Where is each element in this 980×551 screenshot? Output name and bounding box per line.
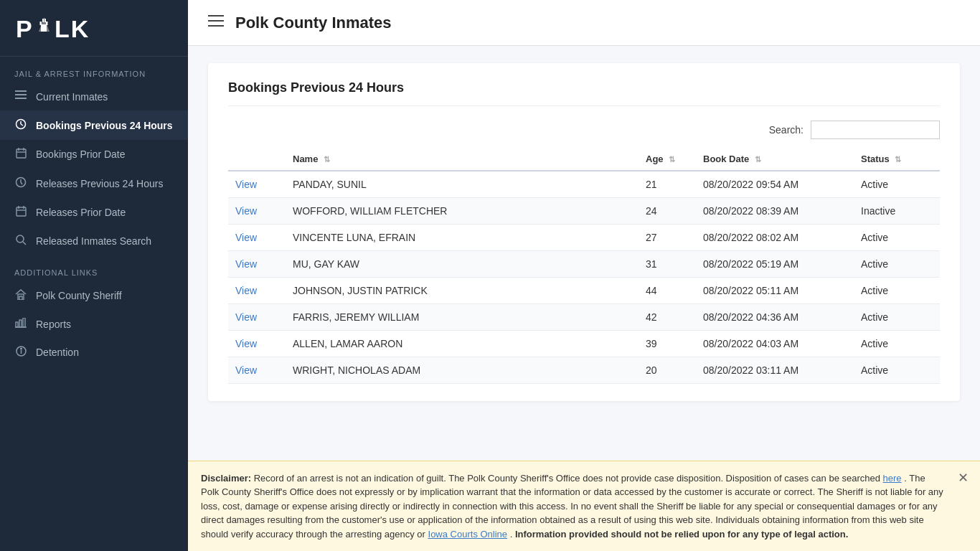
table-cell-age: 44 <box>639 278 696 304</box>
table-row: ViewMU, GAY KAW3108/20/2022 05:19 AMActi… <box>228 251 940 278</box>
svg-rect-29 <box>19 320 22 327</box>
sort-icon-bookdate: ⇅ <box>755 155 761 164</box>
card-title: Bookings Previous 24 Hours <box>228 80 940 106</box>
view-link-4[interactable]: View <box>235 285 257 296</box>
calendar-icon-bookings <box>14 148 27 161</box>
table-cell-name: PANDAY, SUNIL <box>286 171 639 198</box>
table-header-row: Name ⇅ Age ⇅ Book Date ⇅ Status <box>228 148 940 171</box>
table-cell-view[interactable]: View <box>228 304 286 331</box>
table-cell-view[interactable]: View <box>228 225 286 251</box>
svg-rect-13 <box>17 149 26 158</box>
sidebar-label-releases-prior: Releases Prior Date <box>36 207 126 218</box>
table-cell-status: Active <box>854 251 940 278</box>
sidebar-label-releases-24: Releases Previous 24 Hours <box>36 178 163 189</box>
sidebar-label-detention: Detention <box>36 347 79 358</box>
view-link-1[interactable]: View <box>235 205 257 217</box>
sidebar-item-releases-prior[interactable]: Releases Prior Date <box>0 198 188 227</box>
sidebar-label-reports: Reports <box>36 319 71 330</box>
nav-section-additional: Additional Links Polk County Sheriff Rep… <box>0 255 188 367</box>
sidebar-item-bookings-24[interactable]: Bookings Previous 24 Hours <box>0 110 188 140</box>
disclaimer-iowa-link[interactable]: Iowa Courts Online <box>428 529 508 540</box>
table-cell-name: WOFFORD, WILLIAM FLETCHER <box>286 198 639 225</box>
disclaimer-bold-end: Information provided should not be relie… <box>515 529 848 540</box>
col-header-status: Status ⇅ <box>854 148 940 171</box>
topbar: Polk County Inmates <box>188 0 980 46</box>
table-cell-bookdate: 08/20/2022 04:36 AM <box>696 304 854 331</box>
bookings-card: Bookings Previous 24 Hours Search: Name … <box>208 63 960 401</box>
table-row: ViewALLEN, LAMAR AARON3908/20/2022 04:03… <box>228 331 940 357</box>
table-cell-age: 27 <box>639 225 696 251</box>
sidebar-label-released-search: Released Inmates Search <box>36 235 151 247</box>
col-header-name: Name ⇅ <box>286 148 639 171</box>
disclaimer-text1: Record of an arrest is not an indication… <box>254 473 883 484</box>
view-link-3[interactable]: View <box>235 258 257 270</box>
section-label-additional: Additional Links <box>0 255 188 281</box>
view-link-5[interactable]: View <box>235 311 257 323</box>
sidebar-item-polk-sheriff[interactable]: Polk County Sheriff <box>0 281 188 310</box>
search-icon <box>14 235 27 248</box>
table-cell-status: Inactive <box>854 198 940 225</box>
logo-area: P LK <box>0 0 188 57</box>
table-row: ViewFARRIS, JEREMY WILLIAM4208/20/2022 0… <box>228 304 940 331</box>
view-link-6[interactable]: View <box>235 338 257 349</box>
search-input[interactable] <box>811 121 940 139</box>
table-cell-status: Active <box>854 278 940 304</box>
table-cell-name: MU, GAY KAW <box>286 251 639 278</box>
chart-icon <box>14 318 27 330</box>
table-cell-status: Active <box>854 304 940 331</box>
disclaimer-bar: ✕ Disclaimer: Record of an arrest is not… <box>188 461 980 552</box>
disclaimer-here-link[interactable]: here <box>883 473 902 484</box>
view-link-0[interactable]: View <box>235 179 257 190</box>
table-row: ViewPANDAY, SUNIL2108/20/2022 09:54 AMAc… <box>228 171 940 198</box>
disclaimer-close-button[interactable]: ✕ <box>958 470 969 486</box>
clock-icon <box>14 118 27 132</box>
home-icon <box>14 289 27 302</box>
page-title: Polk County Inmates <box>235 14 392 32</box>
sidebar-item-reports[interactable]: Reports <box>0 310 188 338</box>
table-body: ViewPANDAY, SUNIL2108/20/2022 09:54 AMAc… <box>228 171 940 384</box>
table-cell-bookdate: 08/20/2022 05:11 AM <box>696 278 854 304</box>
logo-full: P LK <box>14 13 136 43</box>
table-cell-status: Active <box>854 225 940 251</box>
section-label-jail: Jail & Arrest Information <box>0 57 188 83</box>
table-cell-view[interactable]: View <box>228 198 286 225</box>
info-icon <box>14 346 27 359</box>
table-cell-view[interactable]: View <box>228 331 286 357</box>
sidebar-item-released-search[interactable]: Released Inmates Search <box>0 227 188 255</box>
table-cell-name: WRIGHT, NICHOLAS ADAM <box>286 357 639 384</box>
table-cell-name: FARRIS, JEREMY WILLIAM <box>286 304 639 331</box>
calendar-icon-releases <box>14 206 27 219</box>
table-cell-name: VINCENTE LUNA, EFRAIN <box>286 225 639 251</box>
svg-rect-20 <box>17 207 26 216</box>
table-cell-age: 20 <box>639 357 696 384</box>
table-cell-view[interactable]: View <box>228 171 286 198</box>
search-label: Search: <box>769 124 804 136</box>
sidebar: P LK Jail & Arrest Information Current I… <box>0 0 188 551</box>
svg-line-19 <box>21 182 22 184</box>
menu-toggle-icon[interactable] <box>208 14 224 31</box>
sidebar-item-current-inmates[interactable]: Current Inmates <box>0 83 188 110</box>
table-cell-bookdate: 08/20/2022 08:39 AM <box>696 198 854 225</box>
disclaimer-text3: . <box>510 529 515 540</box>
table-cell-bookdate: 08/20/2022 04:03 AM <box>696 331 854 357</box>
sort-icon-name: ⇅ <box>324 155 330 164</box>
sidebar-label-current-inmates: Current Inmates <box>36 91 108 103</box>
svg-rect-7 <box>15 90 27 92</box>
view-link-2[interactable]: View <box>235 232 257 243</box>
logo: P LK <box>14 13 174 43</box>
table-row: ViewWOFFORD, WILLIAM FLETCHER2408/20/202… <box>228 198 940 225</box>
table-row: ViewWRIGHT, NICHOLAS ADAM2008/20/2022 03… <box>228 357 940 384</box>
table-cell-age: 39 <box>639 331 696 357</box>
sidebar-item-releases-24[interactable]: Releases Previous 24 Hours <box>0 169 188 198</box>
search-row: Search: <box>228 121 940 139</box>
table-cell-view[interactable]: View <box>228 251 286 278</box>
sidebar-item-detention[interactable]: Detention <box>0 338 188 367</box>
sidebar-label-polk-sheriff: Polk County Sheriff <box>36 290 122 301</box>
table-cell-view[interactable]: View <box>228 357 286 384</box>
table-cell-status: Active <box>854 357 940 384</box>
table-cell-view[interactable]: View <box>228 278 286 304</box>
view-link-7[interactable]: View <box>235 364 257 376</box>
sidebar-item-bookings-prior[interactable]: Bookings Prior Date <box>0 140 188 169</box>
svg-line-12 <box>21 124 23 126</box>
svg-rect-30 <box>23 318 25 327</box>
